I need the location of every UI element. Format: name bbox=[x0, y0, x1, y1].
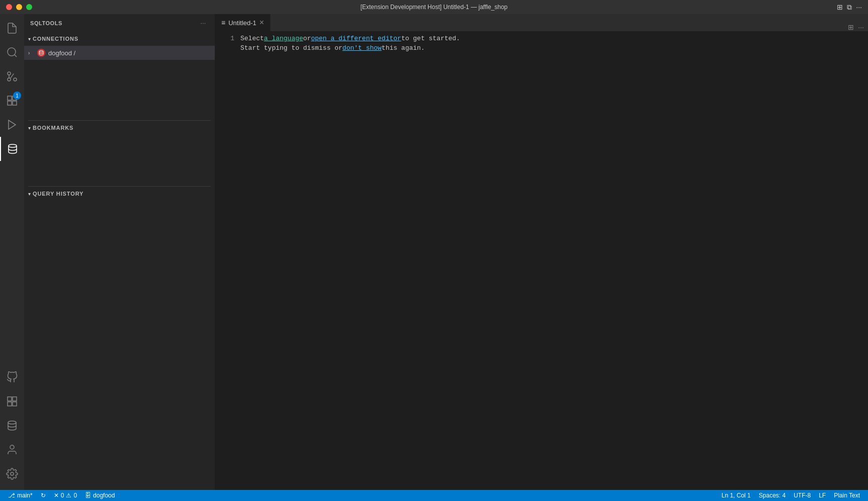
sqltools-icon[interactable] bbox=[0, 137, 24, 161]
link-dont-show[interactable]: don't show bbox=[342, 43, 382, 53]
connections-chevron-icon: ▾ bbox=[28, 36, 31, 42]
settings-icon[interactable] bbox=[0, 462, 24, 486]
svg-point-16 bbox=[10, 445, 14, 449]
language-mode-status[interactable]: Plain Text bbox=[830, 490, 864, 501]
extensions-icon[interactable]: 1 bbox=[0, 89, 24, 113]
maximize-button[interactable] bbox=[26, 4, 32, 10]
sidebar-header: SQLTOOLS ··· bbox=[24, 14, 215, 32]
db-icon: 🗄 bbox=[85, 492, 91, 499]
warning-icon: ⚠ bbox=[66, 492, 71, 499]
svg-point-15 bbox=[8, 421, 16, 424]
svg-rect-11 bbox=[8, 397, 12, 401]
query-history-section-header[interactable]: ▾ QUERY HISTORY bbox=[24, 187, 215, 201]
close-button[interactable] bbox=[6, 4, 12, 10]
connections-section: ▾ CONNECTIONS › dogfood / 🔌 bbox=[24, 32, 215, 60]
text-or: or bbox=[303, 34, 311, 43]
connections-section-label: CONNECTIONS bbox=[33, 36, 78, 42]
link-open-editor[interactable]: open a different editor bbox=[311, 34, 401, 43]
line-number-1: 1 bbox=[215, 34, 234, 43]
query-history-section: ▾ QUERY HISTORY bbox=[24, 187, 215, 490]
svg-line-1 bbox=[15, 55, 17, 57]
editor-line-2: Start typing to dismiss or don't show th… bbox=[240, 43, 868, 53]
warning-count: 0 bbox=[73, 492, 77, 499]
main-layout: 1 bbox=[0, 14, 868, 490]
more-actions-button[interactable]: ··· bbox=[198, 18, 209, 29]
svg-rect-12 bbox=[13, 397, 17, 401]
line-numbers: 1 bbox=[215, 32, 240, 490]
line-ending-status[interactable]: LF bbox=[815, 490, 830, 501]
text-started: to get started. bbox=[401, 34, 460, 43]
errors-status[interactable]: ✕ 0 ⚠ 0 bbox=[50, 490, 81, 501]
more-icon[interactable]: ··· bbox=[856, 3, 862, 11]
bookmarks-section-header[interactable]: ▾ BOOKMARKS bbox=[24, 121, 215, 135]
database-bottom-icon[interactable] bbox=[0, 413, 24, 438]
svg-marker-9 bbox=[9, 120, 16, 129]
text-again: this again. bbox=[382, 43, 425, 53]
encoding-status[interactable]: UTF-8 bbox=[790, 490, 815, 501]
svg-point-3 bbox=[8, 72, 11, 75]
sync-icon: ↻ bbox=[41, 492, 46, 499]
sidebar-actions: ··· bbox=[198, 18, 209, 29]
text-select: Select bbox=[240, 34, 264, 43]
search-icon[interactable] bbox=[0, 40, 24, 64]
editor-content[interactable]: 1 Select a language or open a different … bbox=[215, 32, 868, 490]
bookmarks-chevron-icon: ▾ bbox=[28, 125, 31, 131]
tab-file-icon: ≡ bbox=[221, 19, 225, 27]
account-icon[interactable] bbox=[0, 438, 24, 462]
editor-area: ≡ Untitled-1 × ⊞ ··· 1 Select a language… bbox=[215, 14, 868, 490]
query-history-section-label: QUERY HISTORY bbox=[33, 191, 83, 197]
query-history-chevron-icon: ▾ bbox=[28, 191, 31, 197]
activity-bar: 1 bbox=[0, 14, 24, 490]
svg-rect-13 bbox=[13, 402, 17, 406]
tab-label: Untitled-1 bbox=[228, 19, 256, 27]
window-controls[interactable] bbox=[6, 4, 32, 10]
minimize-button[interactable] bbox=[16, 4, 22, 10]
tab-bar: ≡ Untitled-1 × ⊞ ··· bbox=[215, 14, 868, 32]
svg-rect-5 bbox=[8, 96, 12, 100]
extensions-badge: 1 bbox=[13, 92, 21, 100]
connection-item-dogfood[interactable]: › dogfood / 🔌 bbox=[24, 46, 215, 60]
cursor-position-status[interactable]: Ln 1, Col 1 bbox=[718, 490, 755, 501]
source-control-icon[interactable] bbox=[0, 64, 24, 89]
cursor-position-text: Ln 1, Col 1 bbox=[722, 492, 751, 499]
link-language[interactable]: a language bbox=[264, 34, 303, 43]
connection-connect-icon[interactable]: 🔌 bbox=[202, 49, 211, 57]
activity-bottom bbox=[0, 365, 24, 490]
extensions-puzzle-icon[interactable] bbox=[0, 389, 24, 413]
text-typing: Start typing to dismiss or bbox=[240, 43, 342, 53]
branch-name: main* bbox=[17, 492, 33, 499]
tab-untitled-1[interactable]: ≡ Untitled-1 × bbox=[215, 14, 271, 31]
status-bar: ⎇ main* ↻ ✕ 0 ⚠ 0 🗄 dogfood Ln 1, Col 1 … bbox=[0, 490, 868, 501]
encoding-text: UTF-8 bbox=[794, 492, 811, 499]
layout-icon[interactable]: ⊞ bbox=[837, 3, 843, 11]
titlebar: [Extension Development Host] Untitled-1 … bbox=[0, 0, 868, 14]
svg-point-2 bbox=[14, 78, 17, 81]
titlebar-right: ⊞ ⧉ ··· bbox=[837, 3, 862, 12]
more-tab-actions-icon[interactable]: ··· bbox=[858, 23, 864, 31]
language-mode-text: Plain Text bbox=[834, 492, 860, 499]
bookmarks-section-label: BOOKMARKS bbox=[33, 125, 73, 131]
editor-text[interactable]: Select a language or open a different ed… bbox=[240, 32, 868, 490]
sync-status[interactable]: ↻ bbox=[37, 490, 50, 501]
branch-icon: ⎇ bbox=[8, 492, 15, 499]
run-icon[interactable] bbox=[0, 113, 24, 137]
db-name: dogfood bbox=[93, 492, 115, 499]
connections-section-header[interactable]: ▾ CONNECTIONS bbox=[24, 32, 215, 46]
svg-point-17 bbox=[11, 472, 14, 475]
branch-status[interactable]: ⎇ main* bbox=[4, 490, 37, 501]
window-title: [Extension Development Host] Untitled-1 … bbox=[361, 4, 508, 11]
svg-rect-14 bbox=[8, 402, 12, 406]
status-left: ⎇ main* ↻ ✕ 0 ⚠ 0 🗄 dogfood bbox=[4, 490, 119, 501]
files-icon[interactable] bbox=[0, 16, 24, 40]
tab-close-button[interactable]: × bbox=[259, 19, 264, 27]
line-ending-text: LF bbox=[819, 492, 826, 499]
split-editor-icon[interactable]: ⊞ bbox=[848, 23, 854, 31]
split-icon[interactable]: ⧉ bbox=[847, 3, 852, 12]
github-icon[interactable] bbox=[0, 365, 24, 389]
db-connection-status[interactable]: 🗄 dogfood bbox=[81, 490, 119, 501]
indentation-status[interactable]: Spaces: 4 bbox=[755, 490, 790, 501]
svg-point-0 bbox=[8, 48, 16, 56]
bookmarks-section: ▾ BOOKMARKS bbox=[24, 121, 215, 186]
error-count: 0 bbox=[61, 492, 64, 499]
editor-line-1: Select a language or open a different ed… bbox=[240, 34, 868, 43]
